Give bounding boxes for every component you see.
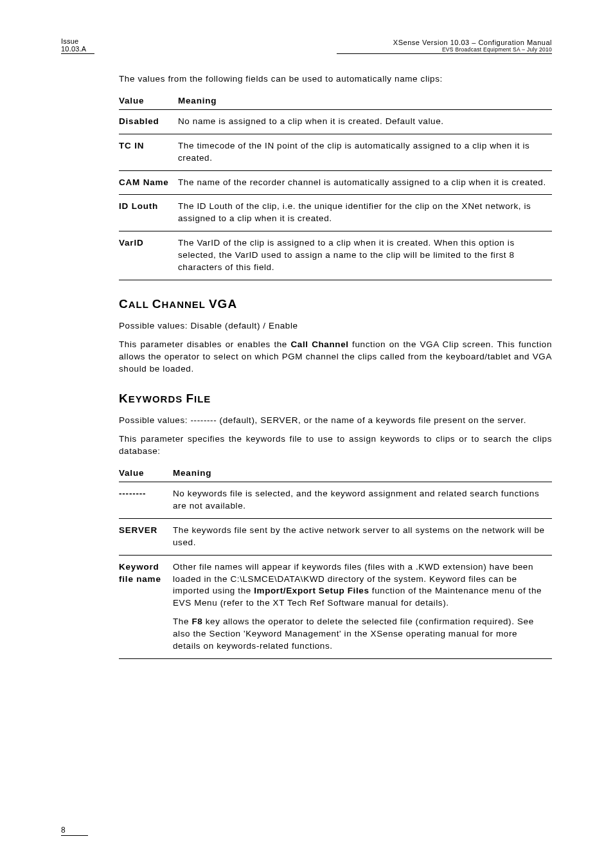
meaning-cell: No name is assigned to a clip when it is… — [178, 109, 552, 134]
header-rule-left — [61, 53, 94, 54]
value-cell: VarID — [119, 231, 178, 280]
footer-rule — [61, 835, 88, 836]
table-row: VarID The VarID of the clip is assigned … — [119, 231, 552, 280]
value-cell: -------- — [119, 482, 173, 519]
col-meaning: Meaning — [178, 92, 552, 110]
h-cap: VGA — [209, 297, 237, 311]
h-cap: C — [119, 297, 129, 311]
t: This parameter disables or enables the — [119, 339, 290, 349]
col-meaning: Meaning — [173, 464, 552, 482]
meaning-cell: The ID Louth of the clip, i.e. the uniqu… — [178, 195, 552, 231]
meaning-cell: The VarID of the clip is assigned to a c… — [178, 231, 552, 280]
intro-text: The values from the following fields can… — [119, 73, 552, 86]
t: The — [173, 617, 191, 626]
p2: The F8 key allows the operator to delete… — [173, 616, 547, 653]
section-heading-keywords-file: KEYWORDS FILE — [119, 392, 552, 406]
h-small: ALL — [129, 299, 152, 310]
header-left: Issue 10.03.A — [61, 37, 94, 54]
bold: F8 — [191, 617, 202, 626]
header-right: XSense Version 10.03 – Configuration Man… — [337, 39, 552, 54]
possible-values-2: Possible values: -------- (default), SER… — [119, 415, 552, 427]
issue-value: 10.03.A — [61, 45, 94, 53]
value-cell: CAM Name — [119, 170, 178, 195]
table-row: ID Louth The ID Louth of the clip, i.e. … — [119, 195, 552, 231]
value-cell: SERVER — [119, 518, 173, 555]
table-header-row: Value Meaning — [119, 92, 552, 110]
meaning-cell: The name of the recorder channel is auto… — [178, 170, 552, 195]
bold: Call Channel — [290, 339, 348, 349]
meaning-cell: No keywords file is selected, and the ke… — [173, 482, 552, 519]
table-row: SERVER The keywords file sent by the act… — [119, 518, 552, 555]
table-row: Disabled No name is assigned to a clip w… — [119, 109, 552, 134]
table-row: Keyword file name Other file names will … — [119, 555, 552, 658]
h-small: HANNEL — [162, 299, 209, 310]
table-row: TC IN The timecode of the IN point of th… — [119, 134, 552, 170]
p1: Other file names will appear if keywords… — [173, 561, 547, 610]
section1-desc: This parameter disables or enables the C… — [119, 339, 552, 375]
issue-label: Issue — [61, 37, 94, 45]
company-line: EVS Broadcast Equipment SA – July 2010 — [337, 46, 552, 53]
t: key allows the operator to delete the se… — [173, 617, 534, 651]
table-header-row: Value Meaning — [119, 464, 552, 482]
value-cell: TC IN — [119, 134, 178, 170]
bold: Import/Export Setup Files — [254, 586, 369, 595]
values-table-1: Value Meaning Disabled No name is assign… — [119, 92, 552, 280]
value-cell: Disabled — [119, 109, 178, 134]
content: The values from the following fields can… — [119, 73, 552, 659]
h-small: EYWORDS — [129, 393, 186, 404]
section2-desc: This parameter specifies the keywords fi… — [119, 433, 552, 458]
table-row: -------- No keywords file is selected, a… — [119, 482, 552, 519]
possible-values-1: Possible values: Disable (default) / Ena… — [119, 320, 552, 332]
page-number: 8 — [61, 826, 88, 835]
page-footer: 8 — [61, 826, 88, 836]
table-row: CAM Name The name of the recorder channe… — [119, 170, 552, 195]
meaning-cell: Other file names will appear if keywords… — [173, 555, 552, 658]
section-heading-call-channel: CALL CHANNEL VGA — [119, 297, 552, 311]
product-line: XSense Version 10.03 – Configuration Man… — [337, 39, 552, 46]
page-header: Issue 10.03.A XSense Version 10.03 – Con… — [61, 37, 552, 54]
col-value: Value — [119, 464, 173, 482]
col-value: Value — [119, 92, 178, 110]
meaning-cell: The timecode of the IN point of the clip… — [178, 134, 552, 170]
page: Issue 10.03.A XSense Version 10.03 – Con… — [0, 0, 613, 868]
h-cap: K — [119, 392, 129, 405]
meaning-cell: The keywords file sent by the active net… — [173, 518, 552, 555]
h-cap: F — [186, 392, 194, 405]
value-cell: Keyword file name — [119, 555, 173, 658]
h-cap: C — [152, 297, 162, 311]
h-small: ILE — [194, 393, 211, 404]
value-cell: ID Louth — [119, 195, 178, 231]
header-rule-right — [337, 53, 552, 54]
values-table-2: Value Meaning -------- No keywords file … — [119, 464, 552, 659]
